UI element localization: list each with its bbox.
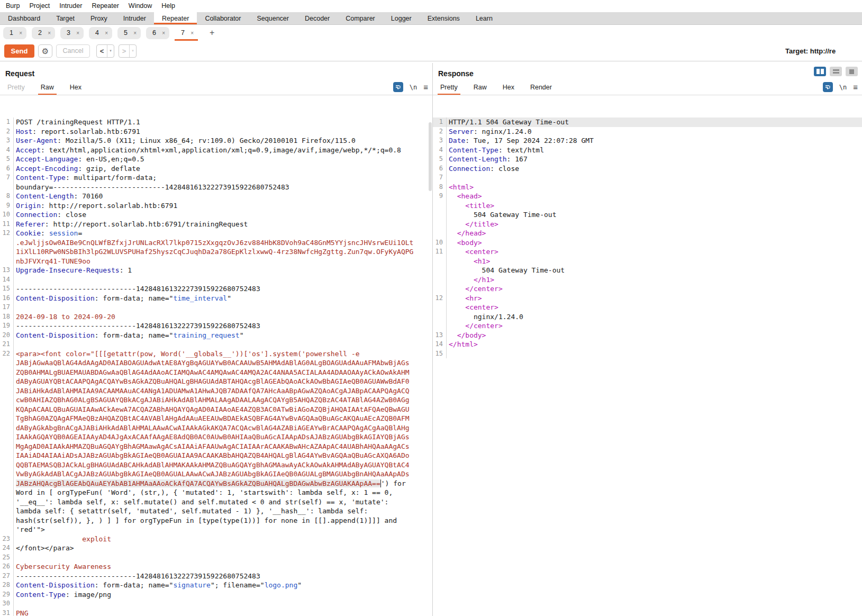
request-view-tab-hex[interactable]: Hex [67, 84, 84, 95]
line-number: 13 [0, 266, 14, 275]
line-number [433, 284, 447, 294]
line-number [0, 423, 14, 433]
add-tab-button[interactable]: + [206, 28, 217, 38]
line-number [433, 275, 447, 285]
editor-menu-icon[interactable]: ≡ [853, 83, 858, 92]
gear-icon[interactable]: ⚙ [38, 44, 52, 58]
history-forward-group[interactable]: > ▾ [119, 44, 137, 58]
close-icon[interactable]: × [133, 30, 137, 36]
repeater-tab-6[interactable]: 6× [146, 27, 169, 39]
tab-decoder[interactable]: Decoder [297, 12, 338, 24]
response-line: 12 <hr> [433, 294, 862, 303]
close-icon[interactable]: × [76, 30, 79, 36]
menu-item-burp[interactable]: Burp [1, 0, 24, 12]
code-segment: Content-Length [449, 155, 507, 163]
prettify-icon[interactable] [823, 82, 833, 92]
response-view-tab-pretty[interactable]: Pretty [438, 84, 460, 95]
editor-menu-icon[interactable]: ≡ [423, 83, 428, 92]
history-back-dropdown-icon[interactable]: ▾ [107, 45, 114, 57]
cancel-button[interactable]: Cancel [56, 44, 90, 58]
menu-item-intruder[interactable]: Intruder [55, 0, 87, 12]
code-segment [449, 192, 457, 200]
history-back-group[interactable]: < ▾ [96, 44, 114, 58]
request-view-tab-raw[interactable]: Raw [38, 84, 57, 95]
menu-item-window[interactable]: Window [124, 0, 157, 12]
close-icon[interactable]: × [48, 30, 51, 36]
tab-comparer[interactable]: Comparer [338, 12, 383, 24]
repeater-tab-2[interactable]: 2× [32, 27, 55, 39]
request-line-text: dAByAGkAbgBnACgAJABiAHkAdABlAHMALAAwACwA… [14, 423, 410, 433]
line-number: 6 [433, 164, 447, 174]
layout-columns-icon[interactable] [814, 67, 826, 76]
history-forward-dropdown-icon[interactable]: ▾ [129, 45, 136, 57]
request-line: 6Accept-Encoding: gzip, deflate [0, 164, 432, 174]
close-icon[interactable]: × [162, 30, 165, 36]
response-view-tab-render[interactable]: Render [528, 84, 555, 95]
layout-rows-icon[interactable] [830, 67, 842, 76]
tab-intruder[interactable]: Intruder [115, 12, 154, 24]
line-number: 25 [0, 553, 14, 563]
tab-logger[interactable]: Logger [383, 12, 420, 24]
tab-proxy[interactable]: Proxy [83, 12, 115, 24]
code-segment: Connection [16, 211, 57, 219]
request-panel: Request PrettyRawHex \n ≡ 1POST /trainin… [0, 63, 432, 616]
request-line: cwB0AHIAZQBhAG0ALgBSAGUAYQBkACgAJABiAHkA… [0, 395, 432, 405]
request-line-text: Accept-Encoding: gzip, deflate [14, 164, 140, 174]
code-segment: <html> [449, 183, 474, 191]
request-line-text: IAAkAGQAYQB0AGEAIAAyAD4AJgAxACAAfAAgAE8A… [14, 432, 410, 442]
close-icon[interactable]: × [19, 30, 22, 36]
tab-target[interactable]: Target [48, 12, 83, 24]
request-view-tab-pretty[interactable]: Pretty [5, 84, 28, 95]
history-forward-icon[interactable]: > [119, 45, 129, 57]
request-line: 29Content-Type: image/png [0, 590, 432, 600]
request-line: IAAiAD4AIAAiADsAJABzAGUAbgBkAGIAeQB0AGUA… [0, 451, 432, 460]
request-line: 14 [0, 275, 432, 285]
response-view-tab-raw[interactable]: Raw [471, 84, 489, 95]
repeater-tab-7[interactable]: 7× [175, 27, 198, 39]
request-line-text: Cybersecurity Awareness [14, 562, 111, 572]
code-segment: VwByAGkAdABlACgAJABzAGUAbgBkAGIAeQB0AGUA… [16, 470, 410, 478]
show-newlines-icon[interactable]: \n [410, 84, 417, 91]
response-view-tab-hex[interactable]: Hex [500, 84, 517, 95]
tab-extensions[interactable]: Extensions [420, 12, 468, 24]
code-segment: nbJFVXrq41-TUNE9oo [16, 257, 90, 265]
menu-item-repeater[interactable]: Repeater [87, 0, 123, 12]
tab-repeater[interactable]: Repeater [154, 12, 197, 24]
tab-dashboard[interactable]: Dashboard [0, 12, 48, 24]
code-segment: : report.solarlab.htb:6791 [32, 128, 140, 135]
code-segment: : Mozilla/5.0 (X11; Linux x86_64; rv:109… [57, 137, 356, 144]
line-number: 1 [0, 117, 14, 127]
show-newlines-icon[interactable]: \n [839, 84, 847, 91]
request-line: ZQB0AHMALgBUAEMAUABDAGwAaQBlAG4AdAAoACIA… [0, 368, 432, 377]
repeater-tab-3[interactable]: 3× [60, 27, 84, 39]
line-number: 26 [0, 562, 14, 572]
request-line: 20Content-Disposition: form-data; name="… [0, 331, 432, 340]
repeater-tab-1[interactable]: 1× [3, 27, 26, 39]
response-line: 2Server: nginx/1.24.0 [433, 127, 862, 137]
code-segment: : text/html [498, 146, 544, 154]
prettify-icon[interactable] [393, 82, 403, 92]
layout-single-icon[interactable] [846, 67, 858, 76]
request-line-text: VwByAGkAdABlACgAJABzAGUAbgBkAGIAeQB0AGUA… [14, 469, 410, 479]
response-editor[interactable]: 1HTTP/1.1 504 Gateway Time-out2Server: n… [433, 117, 862, 616]
line-number: 6 [0, 164, 14, 174]
request-line: QQBTAEMASQBJACkALgBHAGUAdABCAHkAdABlAHMA… [0, 460, 432, 470]
request-scrollbar[interactable] [429, 122, 432, 191]
close-icon[interactable]: × [190, 30, 194, 36]
request-editor[interactable]: 1POST /trainingRequest HTTP/1.12Host: re… [0, 117, 432, 616]
line-number [0, 183, 14, 192]
tab-sequencer[interactable]: Sequencer [249, 12, 296, 24]
burp-repeater-window: BurpProjectIntruderRepeaterWindowHelp Da… [0, 0, 862, 616]
code-segment: : http://report.solarlab.htb:6791/traini… [45, 220, 248, 228]
repeater-tab-4[interactable]: 4× [89, 27, 112, 39]
send-button[interactable]: Send [4, 44, 34, 58]
tab-collaborator[interactable]: Collaborator [197, 12, 249, 24]
menu-item-help[interactable]: Help [157, 0, 180, 12]
menu-item-project[interactable]: Project [24, 0, 55, 12]
response-line-text: </center> [447, 284, 503, 294]
close-icon[interactable]: × [105, 30, 108, 36]
repeater-tab-5[interactable]: 5× [117, 27, 141, 39]
tab-learn[interactable]: Learn [468, 12, 501, 24]
history-back-icon[interactable]: < [97, 45, 107, 57]
main-tab-bar: DashboardTargetProxyIntruderRepeaterColl… [0, 12, 862, 25]
